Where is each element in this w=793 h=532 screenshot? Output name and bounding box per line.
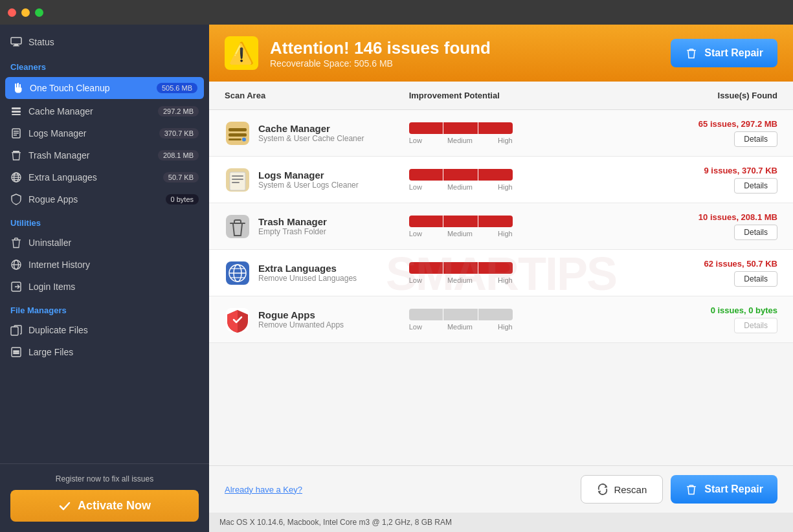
start-repair-button-top[interactable]: Start Repair <box>671 39 777 67</box>
logs-progress-bar <box>409 169 513 181</box>
cache-manager-label: Cache Manager <box>28 106 93 116</box>
languages-item-text: Extra Languages Remove Unused Languages <box>258 263 357 283</box>
scan-col-potential: Improvement Potential <box>409 91 594 100</box>
scan-area: SMARTIPS Scan Area Improvement Potential… <box>209 82 793 465</box>
start-repair-button-bottom[interactable]: Start Repair <box>671 475 777 504</box>
rescan-icon <box>597 483 609 495</box>
trash-details-button[interactable]: Details <box>734 225 777 240</box>
trash-progress-bar <box>409 216 513 227</box>
hand-icon <box>12 82 23 94</box>
cache-item-text: Cache Manager System & User Cache Cleane… <box>258 123 364 143</box>
alert-subtitle: Recoverable Space: 505.6 MB <box>270 58 659 69</box>
rogue-apps-badge: 0 bytes <box>166 194 199 205</box>
svg-rect-8 <box>14 133 19 134</box>
cache-label-medium: Medium <box>447 137 473 144</box>
logs-item-desc: System & User Logs Cleaner <box>258 181 359 190</box>
rescan-button[interactable]: Rescan <box>581 475 663 504</box>
sidebar-item-duplicate-files[interactable]: Duplicate Files <box>0 319 209 341</box>
sidebar-item-logs-manager[interactable]: Logs Manager 370.7 KB <box>0 122 209 144</box>
sidebar-bottom: Register now to fix all issues Activate … <box>0 463 209 532</box>
one-touch-label: One Touch Cleanup <box>30 83 110 93</box>
sidebar-item-login-items[interactable]: Login Items <box>0 276 209 298</box>
svg-rect-36 <box>226 215 249 238</box>
scan-row-rogue-apps: Rogue Apps Remove Unwanted Apps Low M <box>209 296 793 343</box>
logs-manager-label: Logs Manager <box>28 128 87 139</box>
trash-item-text: Trash Manager Empty Trash Folder <box>258 216 327 236</box>
rogue-issue-count: 0 issues, 0 bytes <box>593 305 777 315</box>
register-text: Register now to fix all issues <box>10 474 199 483</box>
rescan-label: Rescan <box>614 484 647 495</box>
internet-history-label: Internet History <box>28 260 90 270</box>
cache-item-info: Cache Manager System & User Cache Cleane… <box>225 120 409 146</box>
uninstaller-label: Uninstaller <box>28 238 71 248</box>
uninstaller-icon <box>10 237 22 249</box>
languages-label-medium: Medium <box>447 276 473 284</box>
sidebar-item-one-touch[interactable]: One Touch Cleanup 505.6 MB <box>5 77 204 99</box>
utilities-section-label: Utilities <box>0 210 209 232</box>
rogue-seg-high <box>478 309 513 320</box>
scan-row-cache: Cache Manager System & User Cache Cleane… <box>209 110 793 157</box>
cache-label-low: Low <box>409 137 422 144</box>
sidebar-item-uninstaller[interactable]: Uninstaller <box>0 232 209 254</box>
duplicate-files-label: Duplicate Files <box>28 325 88 335</box>
rogue-details-button[interactable]: Details <box>734 318 777 333</box>
svg-rect-23 <box>14 351 19 352</box>
sidebar-item-rogue-apps[interactable]: Rogue Apps 0 bytes <box>0 188 209 210</box>
languages-issue-info: 62 issues, 50.7 KB Details <box>593 259 777 287</box>
warning-icon: ⚠️ <box>225 36 258 70</box>
rogue-seg-medium <box>443 309 478 320</box>
cache-progress-bar <box>409 122 513 134</box>
logs-manager-badge: 370.7 KB <box>159 128 199 139</box>
traffic-lights <box>8 8 43 17</box>
svg-rect-45 <box>687 486 696 487</box>
languages-item-desc: Remove Unused Languages <box>258 274 357 283</box>
main-content: ⚠️ Attention! 146 issues found Recoverab… <box>209 25 793 532</box>
logs-label-high: High <box>498 183 513 191</box>
repair-icon-top <box>685 47 698 60</box>
start-repair-label-top: Start Repair <box>704 47 763 59</box>
large-files-icon <box>10 346 22 358</box>
cache-issue-count: 65 issues, 297.2 MB <box>593 119 777 129</box>
cache-seg-medium <box>443 122 478 134</box>
logs-label-low: Low <box>409 183 422 191</box>
footer-actions: Rescan Start Repair <box>581 475 777 504</box>
maximize-button[interactable] <box>35 8 43 17</box>
rogue-progress-bar <box>409 309 513 320</box>
trash-item-info: Trash Manager Empty Trash Folder <box>225 214 409 239</box>
sidebar-item-large-files[interactable]: Large Files <box>0 341 209 363</box>
cache-manager-badge: 297.2 MB <box>158 106 199 116</box>
minimize-button[interactable] <box>21 8 30 17</box>
sidebar-item-trash-manager[interactable]: Trash Manager 208.1 MB <box>0 144 209 166</box>
cache-progress-labels: Low Medium High <box>409 137 513 144</box>
scan-col-issues: Issue(s) Found <box>593 91 777 100</box>
trash-icon <box>10 150 22 161</box>
svg-rect-21 <box>11 327 18 335</box>
repair-icon-bottom <box>685 483 698 496</box>
rogue-progress: Low Medium High <box>409 309 594 331</box>
trash-progress: Low Medium High <box>409 216 594 238</box>
already-key-link[interactable]: Already have a Key? <box>225 485 302 494</box>
logs-details-button[interactable]: Details <box>734 178 777 194</box>
login-icon <box>10 281 22 293</box>
cleaners-section-label: Cleaners <box>0 54 209 76</box>
sidebar-item-internet-history[interactable]: Internet History <box>0 254 209 276</box>
trash-manager-label: Trash Manager <box>28 150 89 161</box>
sidebar-item-extra-languages[interactable]: Extra Languages 50.7 KB <box>0 166 209 188</box>
close-button[interactable] <box>8 8 16 17</box>
languages-details-button[interactable]: Details <box>734 271 777 287</box>
cache-details-button[interactable]: Details <box>734 131 777 147</box>
cache-issue-info: 65 issues, 297.2 MB Details <box>593 119 777 147</box>
rogue-item-desc: Remove Unwanted Apps <box>258 320 344 329</box>
logs-item-info: Logs Manager System & User Logs Cleaner <box>225 167 409 193</box>
scan-row-logs: Logs Manager System & User Logs Cleaner … <box>209 157 793 203</box>
trash-issue-info: 10 issues, 208.1 MB Details <box>593 212 777 240</box>
one-touch-badge: 505.6 MB <box>157 83 197 93</box>
sidebar-item-status[interactable]: Status <box>0 30 209 54</box>
activate-button[interactable]: Activate Now <box>10 490 199 522</box>
svg-rect-3 <box>12 107 21 109</box>
cache-label-high: High <box>498 137 513 144</box>
sidebar-item-cache-manager[interactable]: Cache Manager 297.2 MB <box>0 100 209 122</box>
sidebar-content: Status Cleaners One Touch Cleanup 505.6 … <box>0 25 209 463</box>
sidebar: Status Cleaners One Touch Cleanup 505.6 … <box>0 25 209 532</box>
logs-item-name: Logs Manager <box>258 170 359 181</box>
